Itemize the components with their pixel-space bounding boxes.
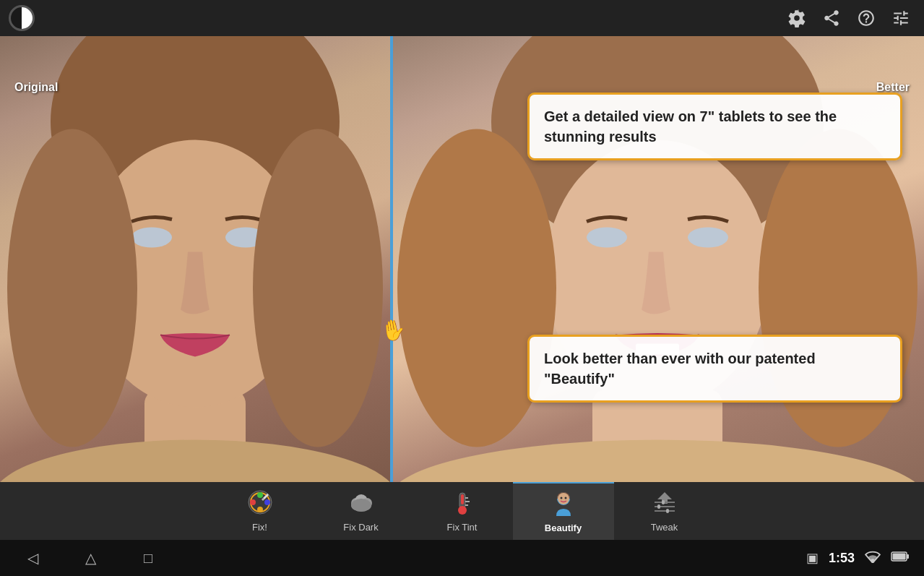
image-area: ✋ Original Better Get a detailed view on… — [0, 36, 924, 497]
wifi-icon — [865, 550, 881, 567]
svg-rect-47 — [893, 553, 906, 559]
svg-rect-29 — [461, 494, 464, 504]
tweak-icon — [652, 489, 678, 519]
svg-point-22 — [257, 507, 263, 512]
tooltip-top-text: Get a detailed view on 7" tablets to see… — [544, 106, 886, 147]
status-time: 1:53 — [829, 551, 855, 566]
svg-point-20 — [257, 492, 263, 498]
fix-icon — [247, 489, 273, 519]
photo-original — [0, 36, 390, 497]
fix-label: Fix! — [252, 522, 267, 533]
original-label: Original — [14, 81, 58, 94]
back-button[interactable]: ◁ — [14, 543, 51, 572]
home-button[interactable]: △ — [72, 543, 108, 572]
notification-icon: ▣ — [806, 550, 819, 566]
svg-point-35 — [558, 493, 569, 504]
svg-point-27 — [351, 499, 371, 512]
tool-fix-dark[interactable]: Fix Dark — [311, 482, 412, 540]
tool-tweak[interactable]: Tweak — [614, 482, 715, 540]
svg-point-30 — [458, 506, 467, 515]
svg-point-36 — [560, 497, 562, 499]
svg-point-4 — [131, 228, 172, 248]
bottom-toolbar: Fix! Fix Dark — [0, 482, 924, 540]
svg-rect-40 — [657, 504, 660, 509]
svg-rect-42 — [666, 509, 669, 513]
camera-button[interactable] — [782, 4, 811, 33]
fix-tint-icon — [449, 489, 475, 519]
svg-point-21 — [264, 499, 270, 505]
svg-rect-44 — [662, 500, 665, 504]
tooltip-bottom: Look better than ever with our patented … — [527, 335, 902, 403]
drag-handle-icon[interactable]: ✋ — [379, 316, 407, 344]
svg-point-37 — [564, 497, 566, 499]
share-button[interactable] — [817, 4, 846, 33]
tooltip-top: Get a detailed view on 7" tablets to see… — [527, 93, 902, 160]
svg-point-19 — [250, 499, 256, 505]
top-bar — [0, 0, 924, 36]
split-divider[interactable] — [390, 36, 393, 497]
nav-bar: ◁ △ □ ▣ 1:53 — [0, 540, 924, 576]
battery-icon — [891, 551, 910, 566]
beautify-icon — [550, 490, 577, 520]
status-bar: ▣ 1:53 — [806, 550, 910, 567]
svg-point-7 — [253, 129, 383, 447]
tool-beautify[interactable]: Beautify — [513, 482, 614, 540]
tool-fix[interactable]: Fix! — [210, 482, 311, 540]
tweak-label: Tweak — [651, 522, 678, 533]
help-button[interactable] — [852, 4, 881, 33]
app-logo — [9, 5, 35, 31]
svg-point-13 — [688, 228, 728, 248]
fix-dark-icon — [348, 489, 374, 519]
svg-point-12 — [587, 228, 627, 248]
tooltip-bottom-text: Look better than ever with our patented … — [544, 348, 886, 389]
recents-button[interactable]: □ — [130, 543, 166, 572]
settings-button[interactable] — [886, 4, 915, 33]
fix-tint-label: Fix Tint — [447, 522, 478, 533]
svg-rect-46 — [907, 554, 909, 559]
tool-fix-tint[interactable]: Fix Tint — [412, 482, 513, 540]
beautify-label: Beautify — [545, 523, 582, 533]
fix-dark-label: Fix Dark — [343, 522, 378, 533]
svg-point-6 — [7, 129, 137, 447]
